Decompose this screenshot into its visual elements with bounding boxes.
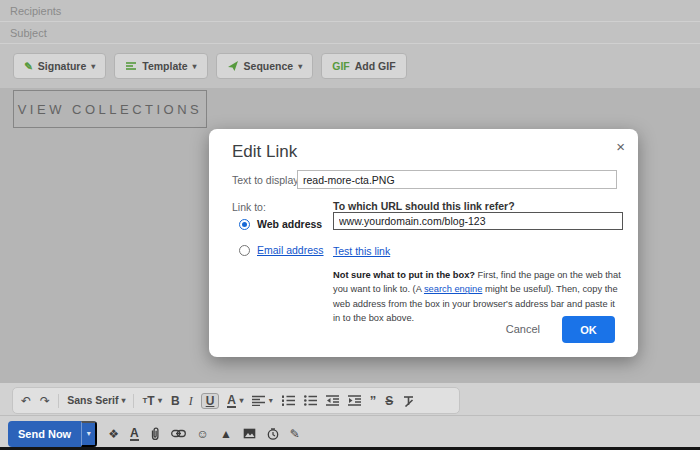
italic-icon[interactable]: I xyxy=(188,395,194,407)
template-lines-icon xyxy=(125,61,137,71)
radio-unselected-icon xyxy=(239,245,250,256)
undo-icon[interactable]: ↶ xyxy=(20,395,32,407)
chevron-down-icon: ▾ xyxy=(91,62,95,71)
sequence-button[interactable]: Sequence ▾ xyxy=(216,53,314,79)
chevron-down-icon: ▾ xyxy=(193,62,197,71)
gif-icon: GIF xyxy=(332,60,350,72)
font-size-icon[interactable]: TT ▾ xyxy=(141,395,163,407)
numbered-list-icon[interactable] xyxy=(281,395,296,406)
web-address-radio[interactable]: Web address xyxy=(239,218,322,230)
send-now-label[interactable]: Send Now xyxy=(8,421,81,447)
strikethrough-icon[interactable]: S xyxy=(384,395,394,407)
recipients-placeholder: Recipients xyxy=(10,5,61,17)
compose-window: Recipients Subject ✎ Signature ▾ Templat… xyxy=(0,0,700,450)
compose-header: Recipients Subject ✎ Signature ▾ Templat… xyxy=(0,0,700,88)
redo-icon[interactable]: ↷ xyxy=(39,395,51,407)
cancel-button[interactable]: Cancel xyxy=(506,323,540,335)
indent-less-icon[interactable] xyxy=(325,395,340,406)
url-question-label: To which URL should this link refer? xyxy=(333,200,515,212)
dialog-title: Edit Link xyxy=(232,142,297,162)
schedule-icon[interactable] xyxy=(267,428,279,440)
insert-link-icon[interactable] xyxy=(171,429,186,438)
template-button[interactable]: Template ▾ xyxy=(114,53,207,79)
toolbar-divider xyxy=(133,394,134,408)
signature-button[interactable]: ✎ Signature ▾ xyxy=(13,53,106,79)
sequence-label: Sequence xyxy=(244,60,294,72)
link-to-label: Link to: xyxy=(232,201,266,213)
quote-icon[interactable]: ” xyxy=(369,394,378,407)
bulleted-list-icon[interactable] xyxy=(303,395,318,406)
underline-icon[interactable]: U xyxy=(201,393,220,409)
sequence-plane-icon xyxy=(227,60,239,72)
email-address-radio[interactable]: Email address xyxy=(239,244,324,256)
compose-footer: ↶ ↷ Sans Serif ▾ TT ▾ B I U A ▾ ▾ xyxy=(0,383,700,447)
close-icon[interactable]: × xyxy=(616,138,625,155)
formatting-icon[interactable]: A xyxy=(130,427,139,441)
recipients-field[interactable]: Recipients xyxy=(0,0,700,22)
formatting-toolbar: ↶ ↷ Sans Serif ▾ TT ▾ B I U A ▾ ▾ xyxy=(12,387,460,414)
chevron-down-icon: ▾ xyxy=(239,397,243,405)
add-gif-label: Add GIF xyxy=(355,60,396,72)
ok-button[interactable]: OK xyxy=(562,316,615,343)
insert-photo-icon[interactable] xyxy=(243,428,256,439)
view-collections-button[interactable]: VIEW COLLECTIONS xyxy=(13,90,207,128)
remove-formatting-icon[interactable] xyxy=(401,395,416,407)
test-this-link[interactable]: Test this link xyxy=(333,245,390,257)
drive-icon[interactable]: ▲ xyxy=(220,428,232,440)
radio-selected-icon xyxy=(239,219,250,230)
search-engine-link[interactable]: search engine xyxy=(424,284,482,294)
chevron-down-icon: ▾ xyxy=(158,397,162,405)
attach-icon[interactable] xyxy=(150,427,160,441)
toolbar-divider xyxy=(58,394,59,408)
web-address-label: Web address xyxy=(257,218,322,230)
send-bar: Send Now ▾ ❖ A ☺ ▲ ✎ xyxy=(8,420,300,447)
text-to-display-label: Text to display: xyxy=(232,174,301,186)
signature-label: Signature xyxy=(38,60,86,72)
font-family-select[interactable]: Sans Serif ▾ xyxy=(66,395,126,406)
chevron-down-icon: ▾ xyxy=(269,397,273,405)
text-to-display-input[interactable] xyxy=(297,170,617,189)
indent-more-icon[interactable] xyxy=(347,395,362,406)
send-now-button[interactable]: Send Now ▾ xyxy=(8,421,97,447)
extension-toolbar: ✎ Signature ▾ Template ▾ Sequence ▾ GIF xyxy=(0,44,700,79)
url-input[interactable] xyxy=(333,212,623,230)
bold-icon[interactable]: B xyxy=(170,395,181,407)
dropbox-icon[interactable]: ❖ xyxy=(108,428,119,440)
subject-placeholder: Subject xyxy=(10,27,47,39)
send-options-caret[interactable]: ▾ xyxy=(81,421,97,447)
email-address-label: Email address xyxy=(257,244,324,256)
emoji-icon[interactable]: ☺ xyxy=(197,428,209,440)
footer-divider xyxy=(0,415,700,416)
template-label: Template xyxy=(142,60,187,72)
align-icon[interactable]: ▾ xyxy=(251,395,273,407)
pen-icon[interactable]: ✎ xyxy=(290,428,300,440)
signature-pen-icon: ✎ xyxy=(24,60,33,72)
subject-field[interactable]: Subject xyxy=(0,22,700,44)
chevron-down-icon: ▾ xyxy=(298,62,302,71)
edit-link-dialog: Edit Link × Text to display: Link to: We… xyxy=(209,129,638,357)
add-gif-button[interactable]: GIF Add GIF xyxy=(321,53,406,79)
text-color-icon[interactable]: A ▾ xyxy=(226,394,244,408)
chevron-down-icon: ▾ xyxy=(121,397,125,405)
